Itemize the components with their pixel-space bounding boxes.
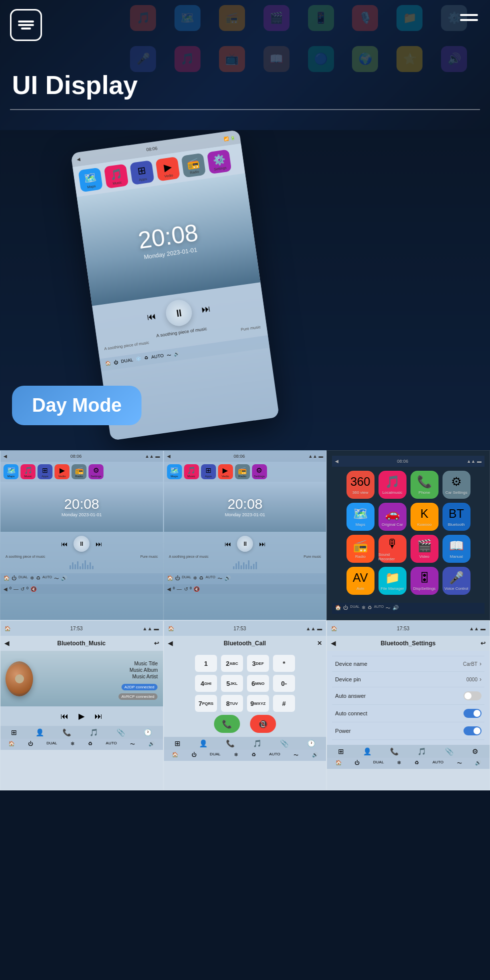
dial-hash[interactable]: # bbox=[273, 695, 295, 712]
next-icon[interactable]: ⏭ bbox=[201, 303, 212, 315]
play-pause-button[interactable]: ⏸ bbox=[164, 298, 194, 328]
bt-call-x[interactable]: ✕ bbox=[317, 640, 322, 647]
app-originalcar[interactable]: 🚗 Original Car bbox=[378, 503, 406, 531]
bts-grid[interactable]: ⊞ bbox=[338, 747, 344, 755]
app-soundrec[interactable]: 🎙 Sound Recorder bbox=[378, 535, 406, 563]
card2-video[interactable]: ▶Vedio bbox=[218, 464, 233, 479]
app-radio2[interactable]: 📻 Radio bbox=[346, 535, 374, 563]
nav-maps[interactable]: 🗺️ Maps bbox=[78, 168, 103, 193]
dial-7[interactable]: 7PQRS bbox=[195, 695, 217, 712]
btcall-person[interactable]: 👤 bbox=[199, 739, 208, 747]
btm-clock[interactable]: 🕐 bbox=[144, 728, 152, 736]
c3-ac[interactable]: ♻ bbox=[368, 605, 372, 612]
app-manual[interactable]: 📖 Manual bbox=[442, 535, 470, 563]
dial-3[interactable]: 3DEF bbox=[247, 655, 269, 672]
dial-star[interactable]: * bbox=[273, 655, 295, 672]
bt-music-back[interactable]: 🏠 bbox=[4, 626, 10, 631]
card1-music[interactable]: 🎵Music bbox=[20, 464, 36, 479]
dial-0dash[interactable]: 0- bbox=[273, 675, 295, 692]
c2-fan[interactable]: ❄ bbox=[193, 575, 197, 582]
btm-grid[interactable]: ⊞ bbox=[11, 728, 17, 736]
card1-settings[interactable]: ⚙Settings bbox=[88, 464, 104, 479]
btm-person[interactable]: 👤 bbox=[36, 728, 44, 736]
home-icon[interactable]: 🏠 bbox=[105, 360, 112, 367]
c2-mute[interactable]: 🔇 bbox=[194, 586, 200, 592]
bt-settings-home[interactable]: 🏠 bbox=[331, 626, 337, 631]
auto-answer-toggle[interactable] bbox=[464, 691, 482, 700]
c2-ac[interactable]: ♻ bbox=[199, 575, 204, 582]
card1-apps[interactable]: ⊞Apps bbox=[38, 464, 52, 479]
btm2-vol[interactable]: 🔊 bbox=[148, 741, 154, 748]
btcall-clip[interactable]: 📎 bbox=[280, 739, 288, 747]
bts2-power[interactable]: ⏻ bbox=[354, 760, 360, 767]
btm2-home[interactable]: 🏠 bbox=[8, 741, 14, 748]
btcall2-ac[interactable]: ♻ bbox=[252, 752, 256, 759]
dial-2[interactable]: 2ABC bbox=[221, 655, 243, 672]
c1-vol[interactable]: 🔊 bbox=[61, 575, 67, 582]
card1-video[interactable]: ▶Vedio bbox=[54, 464, 70, 479]
card2-next[interactable]: ⏭ bbox=[259, 540, 266, 548]
card1-maps[interactable]: 🗺️Maps bbox=[4, 464, 18, 479]
device-name-chevron[interactable]: › bbox=[480, 660, 482, 667]
bt-settings-return[interactable]: ↩ bbox=[480, 640, 486, 647]
nav-video[interactable]: ▶ Vedio bbox=[156, 157, 180, 182]
power-icon[interactable]: ⏻ bbox=[114, 359, 119, 366]
btm2-ac[interactable]: ♻ bbox=[88, 741, 92, 748]
c2-wind[interactable]: 〜 bbox=[218, 575, 222, 582]
power-toggle[interactable] bbox=[464, 726, 482, 735]
call-reject-btn[interactable]: 📵 bbox=[250, 715, 276, 733]
card2-radio[interactable]: 📻Radio bbox=[235, 464, 250, 479]
app-carsettings[interactable]: ⚙ Car Settings bbox=[442, 471, 470, 499]
card2-settings[interactable]: ⚙Settings bbox=[252, 464, 267, 479]
c3-power[interactable]: ⏻ bbox=[343, 605, 348, 612]
c1-mute[interactable]: 🔇 bbox=[30, 586, 36, 592]
app-maps2[interactable]: 🗺️ Maps bbox=[346, 503, 374, 531]
nav-music[interactable]: 🎵 Music bbox=[104, 164, 129, 189]
card1-radio[interactable]: 📻Radio bbox=[72, 464, 86, 479]
card2-music[interactable]: 🎵Music bbox=[184, 464, 199, 479]
bts2-home[interactable]: 🏠 bbox=[336, 760, 342, 767]
btm2-wind[interactable]: 〜 bbox=[130, 741, 135, 748]
bt-call-back-arrow[interactable]: ◀ bbox=[168, 640, 172, 647]
dial-6[interactable]: 6MNO bbox=[247, 675, 269, 692]
bt-call-home[interactable]: 🏠 bbox=[168, 626, 174, 631]
card2-maps[interactable]: 🗺️Maps bbox=[167, 464, 182, 479]
dial-9[interactable]: 9WXYZ bbox=[247, 695, 269, 712]
nav-radio[interactable]: 📻 Radio bbox=[181, 153, 206, 178]
card1-play[interactable]: ⏸ bbox=[74, 536, 90, 552]
c3-wind[interactable]: 〜 bbox=[386, 605, 390, 612]
c2-home[interactable]: 🏠 bbox=[167, 575, 173, 582]
app-dispsettings[interactable]: 🎛 DispSettings bbox=[410, 567, 438, 595]
btcall2-vol[interactable]: 🔊 bbox=[312, 752, 318, 759]
c2-vol[interactable]: 🔊 bbox=[224, 575, 230, 582]
bt-next-btn[interactable]: ⏭ bbox=[94, 712, 102, 721]
bts2-ac[interactable]: ♻ bbox=[414, 760, 419, 767]
btcall-grid[interactable]: ⊞ bbox=[174, 739, 180, 747]
card2-prev[interactable]: ⏮ bbox=[224, 540, 231, 548]
bt-settings-back-arrow[interactable]: ◀ bbox=[331, 640, 336, 647]
btm-clip[interactable]: 📎 bbox=[116, 728, 125, 736]
dial-4[interactable]: 4GHI bbox=[195, 675, 217, 692]
hamburger-menu[interactable] bbox=[460, 14, 478, 21]
c3-vol[interactable]: 🔊 bbox=[392, 605, 398, 612]
c1-fan[interactable]: ❄ bbox=[30, 575, 34, 582]
c2-power[interactable]: ⏻ bbox=[175, 575, 180, 582]
nav-settings[interactable]: ⚙️ Settings bbox=[207, 149, 232, 174]
prev-icon[interactable]: ⏮ bbox=[146, 311, 157, 322]
c1-sw[interactable]: ↺ bbox=[20, 586, 24, 592]
btcall-phone[interactable]: 📞 bbox=[226, 739, 234, 747]
app-voicecontrol[interactable]: 🎤 Voice Control bbox=[442, 567, 470, 595]
dial-1[interactable]: 1 bbox=[195, 655, 217, 672]
dial-8[interactable]: 8TUV bbox=[221, 695, 243, 712]
bts2-wind[interactable]: 〜 bbox=[457, 760, 462, 767]
btm2-fan[interactable]: ❄ bbox=[70, 741, 74, 748]
c1-ac[interactable]: ♻ bbox=[36, 575, 40, 582]
app-video2[interactable]: 🎬 Video bbox=[410, 535, 438, 563]
fan-icon[interactable]: ❄️ bbox=[136, 356, 142, 363]
btcall2-home[interactable]: 🏠 bbox=[172, 752, 178, 759]
device-pin-chevron[interactable]: › bbox=[480, 676, 482, 683]
card2-apps[interactable]: ⊞Apps bbox=[201, 464, 216, 479]
c2-back[interactable]: ◀ bbox=[167, 586, 171, 592]
bts-phone[interactable]: 📞 bbox=[390, 747, 398, 755]
app-phone[interactable]: 📞 Phone bbox=[410, 471, 438, 499]
